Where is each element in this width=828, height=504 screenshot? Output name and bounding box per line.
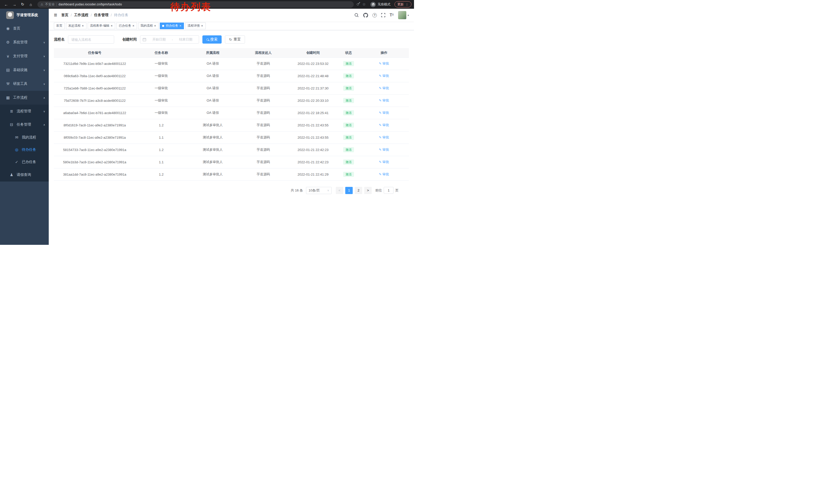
task-id-cell: 8f0d1619-7ac8-11ec-a9e2-a2380e71991a [54,119,135,131]
starter-cell: 芋道源码 [239,131,288,144]
sidebar-item-system-management[interactable]: ⚙系统管理∨ [0,35,49,49]
todo-task-icon: ◎ [14,147,19,152]
tab-home[interactable]: 首页 [54,22,65,29]
tab-todo-tasks[interactable]: 待办任务× [160,22,184,29]
sidebar-item-label: 请假查询 [17,173,31,177]
close-icon[interactable]: × [179,24,181,28]
todo-task-table: 任务编号任务名称所属流程流程发起人创建时间状态操作 73211d9d-7b9b-… [54,48,409,181]
edit-icon: ✎ [379,86,381,90]
date-range-picker[interactable]: 开始日期 - 结束日期 [140,35,199,44]
url-text: dashboard.yudao.iocoder.cn/bpm/task/todo [58,3,122,6]
close-icon[interactable]: × [111,24,113,28]
action-cell: ✎ 审批 [359,57,409,70]
close-icon[interactable]: × [201,24,203,28]
sidebar-item-leave-query[interactable]: ♟请假查询 [0,168,49,182]
incognito-badge: 无痕模式 [370,2,390,7]
starter-cell: 芋道源码 [239,70,288,82]
approve-link[interactable]: ✎ 审批 [379,160,389,164]
edit-icon: ✎ [379,148,381,151]
approve-link[interactable]: ✎ 审批 [379,135,389,139]
action-cell: ✎ 审批 [359,119,409,131]
breadcrumb-item[interactable]: 任务管理 [94,13,109,17]
user-menu[interactable]: ▾ [398,11,409,19]
bookmark-star-icon[interactable]: ☆ [363,2,366,7]
tab-process-detail[interactable]: 流程详情× [185,22,206,29]
status-badge: 激活 [343,123,354,128]
sidebar-item-task-management[interactable]: ⊟任务管理∧ [0,118,49,131]
sidebar-item-process-management[interactable]: ≣流程管理∨ [0,104,49,118]
logo-image [6,11,14,19]
edit-icon: ✎ [379,99,381,102]
sidebar-item-label: 已办任务 [22,160,36,164]
chevron-down-icon: ∨ [43,83,45,85]
page-unit-label: 页 [395,188,399,193]
status-badge: 激活 [343,86,354,91]
fullscreen-icon[interactable] [381,13,385,17]
sidebar-menu: ◉首页⚙系统管理∨¥支付管理∨▤基础设施∨⚒研发工具∨▦工作流程∧≣流程管理∨⊟… [0,21,49,182]
status-cell: 激活 [338,94,359,107]
font-size-icon[interactable]: TT [389,13,394,17]
close-icon[interactable]: × [82,24,84,28]
reset-button[interactable]: ↻ 重置 [225,35,245,44]
sidebar-item-label: 任务管理 [17,122,31,127]
forward-icon[interactable]: → [11,1,18,8]
search-icon[interactable] [354,13,359,17]
sidebar-item-todo-tasks[interactable]: ◎待办任务 [0,144,49,156]
tab-label: 流程表单-编辑 [90,24,110,28]
github-icon[interactable] [363,13,368,18]
address-bar[interactable]: ⚠ 不安全 dashboard.yudao.iocoder.cn/bpm/tas… [37,1,354,8]
sidebar-item-payment-management[interactable]: ¥支付管理∨ [0,49,49,63]
approve-link[interactable]: ✎ 审批 [379,61,389,65]
sidebar-item-dev-tools[interactable]: ⚒研发工具∨ [0,77,49,91]
page-button-1[interactable]: 1 [345,187,353,194]
password-key-icon[interactable] [356,3,359,6]
browser-update-button[interactable]: 更新 ⋮ [395,1,411,7]
help-icon[interactable]: ? [372,13,377,17]
reload-icon[interactable]: ↻ [19,1,26,8]
approve-link[interactable]: ✎ 审批 [379,123,389,127]
process-cell: OA 请假 [187,57,239,70]
status-cell: 激活 [338,144,359,156]
tab-label: 发起流程 [68,24,81,28]
top-navbar: ≡ 首页/工作流程/任务管理/待办任务 ? TT ▾ [49,9,414,21]
calendar-icon [142,38,146,41]
sidebar-item-workflow[interactable]: ▦工作流程∧ [0,91,49,104]
incognito-icon [370,2,376,7]
dashboard-icon: ◉ [5,26,11,31]
process-name-input[interactable] [68,35,114,44]
navbar-actions: ? TT ▾ [354,11,409,19]
status-badge: 激活 [343,147,354,152]
prev-page-button[interactable]: < [336,187,343,194]
tab-process-form-edit[interactable]: 流程表单-编辑× [88,22,115,29]
close-icon[interactable]: × [154,24,157,28]
page-size-select[interactable]: 10条/页 ∨ [306,187,332,194]
sidebar-item-done-tasks[interactable]: ✓已办任务 [0,156,49,168]
tab-done-tasks[interactable]: 已办任务× [117,22,137,29]
status-badge: 激活 [343,73,354,79]
breadcrumb-item[interactable]: 首页 [61,13,69,17]
tab-my-process[interactable]: 我的流程× [138,22,159,29]
tab-initiate-process[interactable]: 发起流程× [66,22,86,29]
breadcrumb-item[interactable]: 工作流程 [74,13,88,17]
incognito-label: 无痕模式 [378,2,390,7]
goto-page-input[interactable] [384,187,394,194]
search-button[interactable]: 搜索 [202,35,222,44]
next-page-button[interactable]: > [364,187,372,194]
approve-link[interactable]: ✎ 审批 [379,74,389,78]
home-icon[interactable]: ⌂ [27,1,34,8]
approve-link[interactable]: ✎ 审批 [379,172,389,176]
approve-link[interactable]: ✎ 审批 [379,111,389,114]
sidebar-item-infrastructure[interactable]: ▤基础设施∨ [0,63,49,77]
sidebar-collapse-icon[interactable]: ≡ [54,12,57,18]
created-time-cell: 2022-01-21 22:43:55 [288,119,338,131]
page-button-2[interactable]: 2 [355,187,362,194]
sidebar-item-my-process[interactable]: ✉我的流程 [0,131,49,144]
sidebar-item-home[interactable]: ◉首页 [0,21,49,35]
approve-link[interactable]: ✎ 审批 [379,148,389,151]
done-task-icon: ✓ [14,160,19,164]
approve-link[interactable]: ✎ 审批 [379,86,389,90]
table-row: 725a1eb6-7b88-11ec-8ef0-acde48001122一级审批… [54,82,409,94]
back-icon[interactable]: ← [3,1,10,8]
approve-link[interactable]: ✎ 审批 [379,98,389,102]
close-icon[interactable]: × [132,24,135,28]
